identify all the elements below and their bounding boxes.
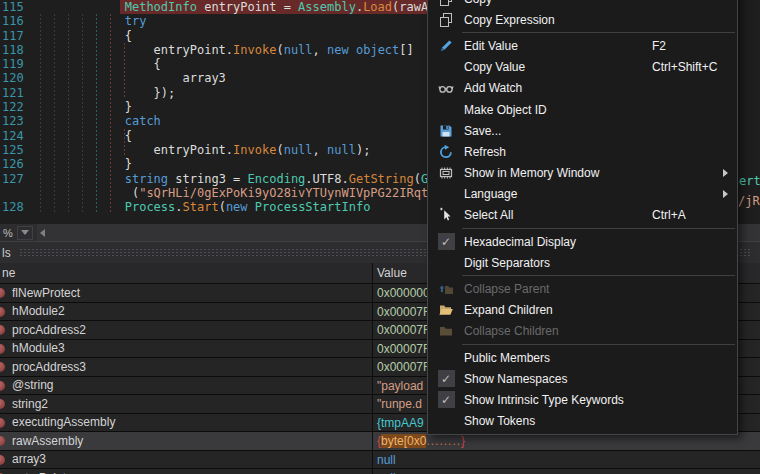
menu-item-label: Show Namespaces bbox=[464, 372, 652, 386]
variable-icon bbox=[0, 288, 5, 298]
menu-item-edit-value[interactable]: Edit ValueF2 bbox=[428, 35, 737, 56]
menu-item-show-namespaces[interactable]: ✓Show Namespaces bbox=[428, 368, 737, 389]
checkmark-icon: ✓ bbox=[428, 391, 464, 408]
folder-icon bbox=[428, 323, 464, 339]
menu-item-copy[interactable]: Copy bbox=[428, 0, 737, 9]
variable-name: executingAssembly bbox=[12, 415, 115, 429]
menu-item-save[interactable]: Save... bbox=[428, 120, 737, 141]
menu-item-label: Show in Memory Window bbox=[464, 166, 652, 180]
menu-item-label: Copy Expression bbox=[464, 13, 652, 27]
code-text: } bbox=[38, 157, 132, 171]
code-text: ("sQrHLi/0gExPoKi9yO28ivYTUynWIVpPG22IRq… bbox=[38, 186, 428, 200]
variable-icon bbox=[0, 418, 5, 428]
menu-item-label: Public Members bbox=[464, 351, 652, 365]
copy-icon bbox=[428, 12, 464, 28]
variable-value: "runpe.d bbox=[377, 397, 422, 411]
menu-item-collapse-parent: Collapse Parent bbox=[428, 278, 737, 299]
menu-item-copy-value[interactable]: Copy ValueCtrl+Shift+C bbox=[428, 57, 737, 78]
variable-icon bbox=[0, 436, 5, 446]
menu-shortcut: F2 bbox=[652, 39, 666, 53]
glasses-icon bbox=[428, 80, 464, 96]
menu-separator bbox=[462, 275, 735, 276]
code-fragment: ert. bbox=[739, 174, 760, 188]
pencil-icon bbox=[428, 38, 464, 54]
code-text: Process.Start(new ProcessStartInfo bbox=[38, 200, 370, 214]
variable-name: procAddress2 bbox=[12, 323, 86, 337]
code-text: { bbox=[38, 29, 132, 43]
line-number bbox=[0, 186, 38, 200]
code-text: } bbox=[38, 100, 132, 114]
save-icon bbox=[428, 123, 464, 139]
variable-icon bbox=[0, 399, 5, 409]
menu-item-label: Language bbox=[464, 187, 652, 201]
menu-item-select-all[interactable]: Select AllCtrl+A bbox=[428, 205, 737, 226]
line-number: 127 bbox=[0, 172, 38, 186]
debugger-window: 115 MethodInfo entryPoint = Assembly.Loa… bbox=[0, 0, 760, 474]
variable-value: "payload bbox=[377, 379, 423, 393]
menu-item-show-in-memory-window[interactable]: Show in Memory Window bbox=[428, 163, 737, 184]
menu-item-public-members[interactable]: Public Members bbox=[428, 347, 737, 368]
column-divider[interactable] bbox=[372, 263, 373, 474]
menu-item-copy-expression[interactable]: Copy Expression bbox=[428, 9, 737, 30]
code-text: string string3 = Encoding.UTF8.GetString… bbox=[38, 172, 435, 186]
folder-open-icon bbox=[428, 302, 464, 318]
menu-item-show-tokens[interactable]: Show Tokens bbox=[428, 411, 737, 432]
zoom-dropdown[interactable] bbox=[17, 226, 33, 240]
copy-icon bbox=[428, 0, 464, 7]
variable-value: 0x00007F bbox=[377, 360, 430, 374]
checkmark-icon: ✓ bbox=[428, 233, 464, 250]
submenu-arrow-icon bbox=[723, 169, 728, 177]
variable-value: 0x00007F bbox=[377, 323, 430, 337]
code-text: entryPoint.Invoke(null, null); bbox=[38, 143, 370, 157]
line-number: 115 bbox=[0, 0, 38, 14]
line-number: 120 bbox=[0, 71, 38, 85]
line-number: 117 bbox=[0, 29, 38, 43]
variable-icon bbox=[0, 325, 5, 335]
panel-title: ls bbox=[2, 246, 11, 260]
menu-item-label: Show Tokens bbox=[464, 414, 652, 428]
menu-separator bbox=[462, 344, 735, 345]
variable-value: 0x00007F bbox=[377, 305, 430, 319]
column-header-value[interactable]: Value bbox=[377, 266, 407, 280]
submenu-arrow-icon bbox=[723, 190, 728, 198]
code-text: { bbox=[38, 129, 132, 143]
line-number: 118 bbox=[0, 43, 38, 57]
column-header-name[interactable]: ne bbox=[2, 266, 15, 280]
menu-item-label: Copy Value bbox=[464, 60, 652, 74]
menu-item-expand-children[interactable]: Expand Children bbox=[428, 300, 737, 321]
variable-name: procAddress3 bbox=[12, 360, 86, 374]
chevron-down-icon bbox=[21, 230, 29, 235]
context-menu: CopyCopy ExpressionEdit ValueF2Copy Valu… bbox=[427, 0, 738, 435]
locals-row-entrypoint[interactable]: entryPointnull bbox=[0, 469, 760, 474]
variable-name: hModule2 bbox=[12, 304, 65, 318]
menu-shortcut: Ctrl+Shift+C bbox=[652, 60, 717, 74]
menu-item-language[interactable]: Language bbox=[428, 184, 737, 205]
menu-item-label: Refresh bbox=[464, 145, 652, 159]
menu-shortcut: Ctrl+A bbox=[652, 208, 686, 222]
menu-item-refresh[interactable]: Refresh bbox=[428, 141, 737, 162]
menu-item-show-intrinsic-type-keywords[interactable]: ✓Show Intrinsic Type Keywords bbox=[428, 389, 737, 410]
variable-name: flNewProtect bbox=[12, 286, 80, 300]
code-text: { bbox=[38, 57, 161, 71]
menu-item-label: Digit Separators bbox=[464, 256, 652, 270]
locals-row-array3[interactable]: array3null bbox=[0, 451, 760, 470]
menu-item-hexadecimal-display[interactable]: ✓Hexadecimal Display bbox=[428, 231, 737, 252]
menu-item-add-watch[interactable]: Add Watch bbox=[428, 78, 737, 99]
refresh-icon bbox=[428, 144, 464, 160]
code-text: try bbox=[38, 14, 146, 28]
variable-name: hModule3 bbox=[12, 341, 65, 355]
menu-item-label: Edit Value bbox=[464, 39, 652, 53]
variable-icon bbox=[0, 344, 5, 354]
code-text: array3 bbox=[38, 71, 226, 85]
variable-name: string2 bbox=[12, 397, 48, 411]
scroll-left-icon bbox=[40, 229, 45, 237]
locals-row-rawassembly[interactable]: rawAssembly{byte[0x0........} bbox=[0, 432, 760, 451]
variable-name: array3 bbox=[12, 452, 46, 466]
menu-item-digit-separators[interactable]: Digit Separators bbox=[428, 252, 737, 273]
menu-item-label: Add Watch bbox=[464, 81, 652, 95]
variable-name: @string bbox=[12, 378, 54, 392]
menu-item-make-object-id[interactable]: Make Object ID bbox=[428, 99, 737, 120]
variable-icon bbox=[0, 455, 5, 465]
variable-value: {tmpAA9 bbox=[377, 416, 424, 430]
menu-item-label: Collapse Children bbox=[464, 324, 652, 338]
